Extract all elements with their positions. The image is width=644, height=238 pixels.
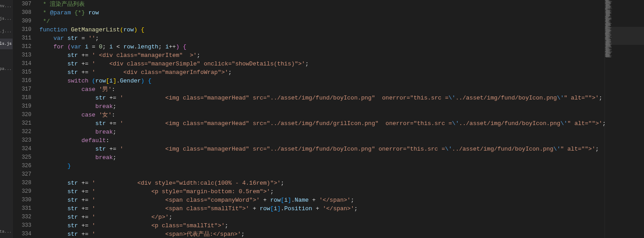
line-number: 311 <box>13 34 31 43</box>
line-number: 312 <box>13 43 31 51</box>
editor-tab[interactable] <box>0 114 13 125</box>
editor-tab[interactable] <box>0 151 13 162</box>
line-number: 319 <box>13 102 31 111</box>
editor-tab[interactable] <box>0 176 13 187</box>
editor-tab[interactable]: ta... <box>0 226 13 237</box>
editor-tab[interactable] <box>0 126 13 137</box>
line-number: 324 <box>13 145 31 153</box>
editor-tab[interactable]: pa... <box>0 64 13 74</box>
line-number: 328 <box>13 179 31 187</box>
code-line[interactable]: break; <box>39 102 605 111</box>
line-number: 326 <box>13 162 31 170</box>
code-line[interactable]: str += ' <img class="managerHead" src=".… <box>39 119 605 128</box>
code-line[interactable]: * 渲染产品列表 <box>39 0 605 9</box>
code-line[interactable]: str += ' <img class="managerHead" src=".… <box>39 94 605 102</box>
editor-tab[interactable] <box>0 214 13 225</box>
code-editor[interactable]: * 渲染产品列表 * @param {*} row */function Get… <box>39 0 605 238</box>
code-line[interactable]: str += ' </p>'; <box>39 213 605 221</box>
code-line[interactable]: break; <box>39 153 605 162</box>
code-line[interactable]: for (var i = 0; i < row.length; i++) { <box>39 43 605 51</box>
line-number: 317 <box>13 85 31 94</box>
line-number: 332 <box>13 213 31 221</box>
line-number-gutter: 3073083093103113123133143153163173183193… <box>13 0 39 238</box>
code-line[interactable]: var str = ''; <box>39 34 605 43</box>
line-number: 315 <box>13 68 31 77</box>
code-line[interactable]: str += ' <span class="companyWord">' + r… <box>39 196 605 204</box>
line-number: 322 <box>13 128 31 136</box>
editor-tab[interactable] <box>0 76 13 87</box>
code-line[interactable] <box>39 170 605 179</box>
line-number: 329 <box>13 187 31 196</box>
line-number: 331 <box>13 204 31 213</box>
line-number: 310 <box>13 26 31 34</box>
line-number: 307 <box>13 0 31 9</box>
editor-tab[interactable]: ils.js <box>0 39 13 49</box>
code-line[interactable]: str += ' <img class="managerHead" src=".… <box>39 145 605 153</box>
editor-tab[interactable] <box>0 138 13 149</box>
line-number: 316 <box>13 77 31 85</box>
code-line[interactable]: str += ' <div class="managerSimple" oncl… <box>39 60 605 68</box>
minimap-content: █████████████████████ █████████████ ████… <box>605 0 644 57</box>
code-line[interactable]: } <box>39 162 605 170</box>
minimap[interactable]: █████████████████████ █████████████ ████… <box>605 0 644 238</box>
editor-tab[interactable]: nv... <box>0 1 13 12</box>
code-line[interactable]: str += ' <p style="margin-bottom: 0.5rem… <box>39 187 605 196</box>
editor-tab[interactable]: .js... <box>0 13 13 24</box>
code-line[interactable]: function GetManagerList(row) { <box>39 26 605 34</box>
code-line[interactable]: switch (row[i].Gender) { <box>39 77 605 85</box>
code-line[interactable]: break; <box>39 128 605 136</box>
code-line[interactable]: str += ' <div class="managerItem" >'; <box>39 51 605 60</box>
code-line[interactable]: default: <box>39 136 605 145</box>
editor-tab[interactable] <box>0 101 13 112</box>
line-number: 318 <box>13 94 31 102</box>
line-number: 321 <box>13 119 31 128</box>
line-number: 333 <box>13 221 31 230</box>
code-line[interactable]: str += ' <p class="smallTit">'; <box>39 221 605 230</box>
code-line[interactable]: * @param {*} row <box>39 9 605 17</box>
editor-tabs-sidebar: nv....js...s.j...ils.jspa...ta... <box>0 0 13 238</box>
code-line[interactable]: str += ' <span class="smallTit">' + row[… <box>39 204 605 213</box>
line-number: 327 <box>13 170 31 179</box>
line-number: 334 <box>13 230 31 238</box>
code-line[interactable]: case '女': <box>39 111 605 119</box>
line-number: 309 <box>13 17 31 26</box>
code-line[interactable]: str += ' <div style="width:calc(100% - 4… <box>39 179 605 187</box>
editor-tab[interactable] <box>0 51 13 62</box>
editor-tab[interactable] <box>0 164 13 174</box>
editor-tab[interactable] <box>0 201 13 212</box>
line-number: 325 <box>13 153 31 162</box>
editor-tab[interactable] <box>0 89 13 100</box>
code-line[interactable]: case '男': <box>39 85 605 94</box>
line-number: 308 <box>13 9 31 17</box>
code-line[interactable]: */ <box>39 17 605 26</box>
code-line[interactable]: str += ' <span>代表产品:</span>'; <box>39 230 605 238</box>
editor-tab[interactable] <box>0 189 13 199</box>
line-number: 320 <box>13 111 31 119</box>
code-line[interactable]: str += ' <div class="managerInfoWrap">'; <box>39 68 605 77</box>
editor-tab[interactable]: s.j... <box>0 26 13 37</box>
line-number: 314 <box>13 60 31 68</box>
line-number: 323 <box>13 136 31 145</box>
line-number: 330 <box>13 196 31 204</box>
line-number: 313 <box>13 51 31 60</box>
